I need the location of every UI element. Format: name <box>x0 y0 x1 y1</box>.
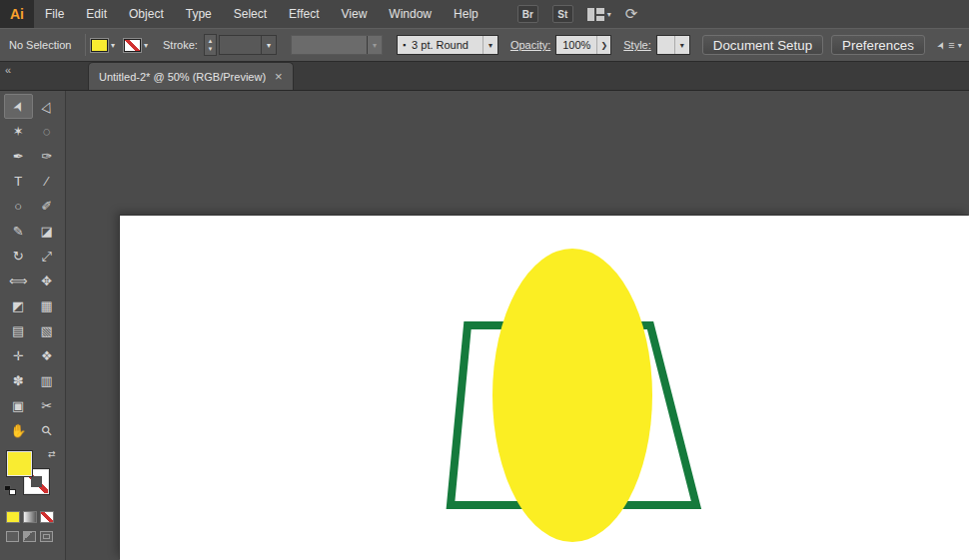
sync-settings-icon[interactable]: ⟳ <box>625 5 638 23</box>
fill-color-swatch[interactable] <box>91 39 108 52</box>
shape-builder-tool[interactable]: ◩ <box>4 293 33 318</box>
brush-dropdown-icon[interactable]: ▾ <box>483 36 497 54</box>
scale-tool[interactable]: ⤢ <box>33 244 62 269</box>
lasso-tool[interactable]: ◌ <box>33 119 62 144</box>
pen-tool[interactable]: ✒ <box>4 144 33 169</box>
pencil-tool-icon: ✎ <box>13 224 24 239</box>
stroke-dropdown-icon[interactable]: ▾ <box>141 41 151 50</box>
draw-inside-button[interactable] <box>40 531 53 542</box>
app-bar-tools: Br St ▾ ⟳ <box>517 5 638 23</box>
pointer-icon: ➤ <box>934 39 948 51</box>
style-select[interactable]: ▾ <box>656 35 690 55</box>
color-button[interactable] <box>6 511 20 523</box>
style-dropdown-icon[interactable]: ▾ <box>674 36 689 54</box>
stroke-weight-dropdown-icon[interactable]: ▾ <box>261 36 276 54</box>
perspective-grid-tool[interactable]: ▦ <box>33 293 62 318</box>
line-segment-tool[interactable]: ∕ <box>33 169 62 194</box>
menu-window[interactable]: Window <box>378 0 443 28</box>
ellipse-tool[interactable]: ○ <box>4 194 33 219</box>
draw-normal-button[interactable] <box>6 531 19 542</box>
draw-behind-button[interactable] <box>23 531 36 542</box>
magic-wand-tool[interactable]: ✶ <box>4 119 33 144</box>
stroke-color-swatch[interactable] <box>124 39 141 52</box>
slice-tool[interactable]: ✂ <box>33 393 62 418</box>
magic-wand-tool-icon: ✶ <box>13 124 24 139</box>
bridge-button[interactable]: Br <box>517 5 538 23</box>
zoom-tool-icon: ⚲ <box>38 422 55 439</box>
fill-swatch[interactable] <box>7 451 32 476</box>
drawing-mode-buttons <box>0 523 65 542</box>
menu-help[interactable]: Help <box>443 0 489 28</box>
menu-type[interactable]: Type <box>175 0 223 28</box>
mesh-tool-icon: ▤ <box>12 323 24 338</box>
menu-edit[interactable]: Edit <box>75 0 118 28</box>
artboard[interactable] <box>120 216 969 560</box>
stroke-weight-stepper[interactable]: ▲ ▼ <box>204 34 217 56</box>
options-lines-icon: ≡ <box>948 39 954 51</box>
pencil-tool[interactable]: ✎ <box>4 219 33 244</box>
swap-fill-stroke-icon[interactable]: ⇄ <box>48 449 56 459</box>
opacity-select[interactable]: 100% ❯ <box>555 35 611 55</box>
chevron-down-icon: ▾ <box>607 10 611 19</box>
width-profile-dropdown-icon: ▾ <box>367 36 382 54</box>
arrange-documents-button[interactable]: ▾ <box>587 8 611 21</box>
eraser-tool[interactable]: ◪ <box>33 219 62 244</box>
stroke-label[interactable]: Stroke: <box>163 39 198 51</box>
brush-definition-value: 3 pt. Round <box>406 39 483 51</box>
collapse-panel-button[interactable]: « <box>0 62 66 76</box>
column-graph-tool[interactable]: ▥ <box>33 368 62 393</box>
symbol-sprayer-tool[interactable]: ✽ <box>4 368 33 393</box>
style-label[interactable]: Style: <box>623 39 651 51</box>
gradient-tool[interactable]: ▧ <box>33 318 62 343</box>
brush-definition-select[interactable]: ▪ 3 pt. Round ▾ <box>397 35 498 55</box>
select-similar-options-button[interactable]: ➤ ≡ ▾ <box>937 39 962 51</box>
hand-tool[interactable]: ✋ <box>4 418 33 443</box>
stepper-up-icon[interactable]: ▲ <box>207 37 213 45</box>
menu-view[interactable]: View <box>331 0 379 28</box>
tab-close-icon[interactable]: × <box>275 69 283 84</box>
curvature-tool[interactable]: ✑ <box>33 144 62 169</box>
menu-object[interactable]: Object <box>118 0 175 28</box>
menu-file[interactable]: File <box>34 0 75 28</box>
preferences-button[interactable]: Preferences <box>831 35 925 55</box>
main-menu: File Edit Object Type Select Effect View… <box>34 0 489 28</box>
selection-tool[interactable]: ➤ <box>4 94 33 119</box>
gradient-button[interactable] <box>23 511 37 523</box>
direct-selection-tool[interactable]: ▷ <box>33 94 62 119</box>
shape-builder-tool-icon: ◩ <box>12 298 24 313</box>
default-fill-stroke-icon[interactable] <box>4 485 16 495</box>
stock-button[interactable]: St <box>552 5 573 23</box>
rotate-tool-icon: ↻ <box>13 249 24 264</box>
blend-tool[interactable]: ❖ <box>33 343 62 368</box>
document-tab[interactable]: Untitled-2* @ 50% (RGB/Preview) × <box>88 62 294 90</box>
artwork <box>120 216 969 560</box>
opacity-dropdown-icon[interactable]: ❯ <box>596 36 610 54</box>
eyedropper-tool[interactable]: ✛ <box>4 343 33 368</box>
artboard-tool[interactable]: ▣ <box>4 393 33 418</box>
lasso-tool-icon: ◌ <box>43 124 51 139</box>
paintbrush-tool[interactable]: ✐ <box>33 194 62 219</box>
width-tool-icon: ⟺ <box>9 274 28 288</box>
menu-effect[interactable]: Effect <box>278 0 330 28</box>
eraser-tool-icon: ◪ <box>41 224 53 239</box>
stroke-weight-select[interactable]: ▾ <box>219 35 277 55</box>
none-button[interactable] <box>40 511 54 523</box>
zoom-tool[interactable]: ⚲ <box>33 418 62 443</box>
direct-selection-tool-icon: ▷ <box>38 99 56 114</box>
document-setup-button[interactable]: Document Setup <box>702 35 823 55</box>
free-transform-tool[interactable]: ✥ <box>33 269 62 293</box>
menu-select[interactable]: Select <box>223 0 278 28</box>
mesh-tool[interactable]: ▤ <box>4 318 33 343</box>
opacity-label[interactable]: Opacity: <box>510 39 550 51</box>
rotate-tool[interactable]: ↻ <box>4 244 33 269</box>
width-tool[interactable]: ⟺ <box>4 269 33 293</box>
type-tool[interactable]: T <box>4 169 33 194</box>
ellipse-shape[interactable] <box>492 249 652 542</box>
canvas[interactable] <box>66 91 969 560</box>
main-area: ➤ ▷ ✶ ◌ ✒ ✑ T ∕ ○ ✐ ✎ ◪ ↻ ⤢ ⟺ ✥ ◩ ▦ ▤ ▧ <box>0 91 969 560</box>
fill-dropdown-icon[interactable]: ▾ <box>108 41 118 50</box>
stepper-down-icon[interactable]: ▼ <box>207 45 213 53</box>
symbol-sprayer-tool-icon: ✽ <box>13 373 24 388</box>
control-bar: No Selection ▾ ▾ Stroke: ▲ ▼ ▾ ▾ ▪ 3 pt.… <box>0 28 969 62</box>
document-tab-bar: « Untitled-2* @ 50% (RGB/Preview) × <box>0 62 969 91</box>
